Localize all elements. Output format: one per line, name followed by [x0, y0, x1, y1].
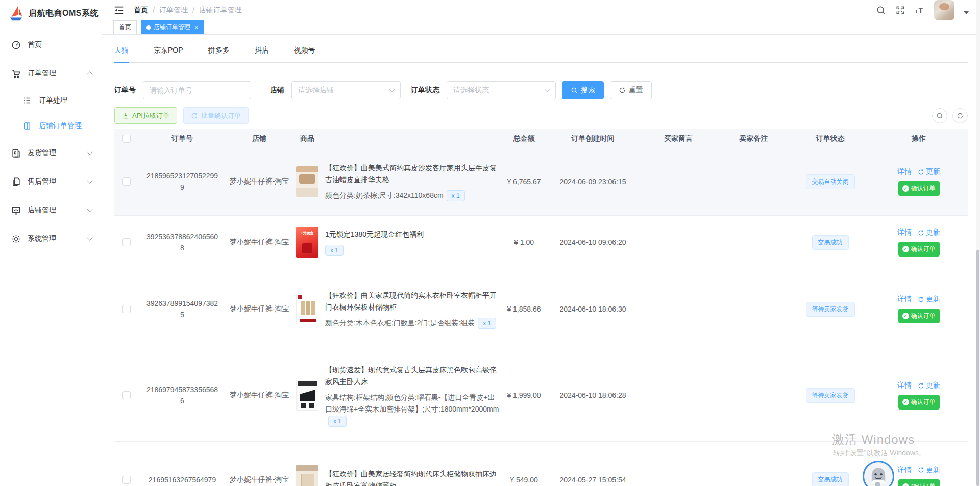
chevron-down-icon — [87, 177, 92, 183]
caret-down-icon[interactable] — [964, 11, 969, 14]
col-order-no: 订单号 — [139, 134, 226, 143]
detail-link[interactable]: 详情 — [897, 167, 912, 176]
dashboard-icon — [11, 40, 21, 50]
batch-confirm-orders-button[interactable]: 批量确认订单 — [183, 107, 249, 124]
update-link[interactable]: 更新 — [918, 381, 940, 390]
quantity-badge: x 1 — [325, 245, 344, 256]
sidebar-item-shop-order-management[interactable]: 店铺订单管理 — [0, 113, 102, 139]
search-icon[interactable] — [876, 5, 886, 15]
chevron-down-icon — [87, 206, 92, 212]
col-order-status: 订单状态 — [791, 134, 870, 143]
sidebar-item-home[interactable]: 首页 — [0, 31, 102, 59]
chevron-up-icon — [87, 71, 92, 77]
product-title: 【狂欢价】曲美家居现代简约实木衣柜卧室衣帽柜平开门衣橱环保板材储物柜 — [325, 290, 499, 313]
row-checkbox[interactable] — [122, 177, 131, 186]
platform-tabs: 天猫 京东POP 拼多多 抖店 视频号 — [114, 46, 968, 63]
table-refresh-button[interactable] — [952, 108, 968, 123]
sidebar-item-shop-management[interactable]: 店铺管理 — [0, 196, 102, 224]
shop-label: 店铺 — [270, 86, 284, 95]
update-link[interactable]: 更新 — [918, 228, 940, 237]
sidebar-item-system-management[interactable]: 系统管理 — [0, 224, 102, 253]
table-toolbar: API拉取订单 批量确认订单 — [114, 107, 968, 124]
confirm-order-button[interactable]: ✓ 确认订单 — [898, 181, 940, 196]
fullscreen-icon[interactable] — [895, 5, 905, 15]
svg-text:T: T — [919, 6, 923, 14]
tab-pinduoduo[interactable]: 拼多多 — [208, 46, 230, 62]
product-spec: 颜色分类:木本色衣柜;门数量:2门;是否组装:组装 — [325, 319, 475, 327]
tag-shop-order-management[interactable]: 店铺订单管理 × — [141, 20, 204, 34]
shop-name: 梦小妮牛仔裤-淘宝 — [226, 304, 293, 314]
detail-link[interactable]: 详情 — [897, 466, 912, 475]
sidebar-item-order-management[interactable]: 订单管理 — [0, 59, 102, 88]
shop-name: 梦小妮牛仔裤-淘宝 — [226, 238, 293, 247]
confirm-order-button[interactable]: ✓ 确认订单 — [898, 242, 940, 257]
update-link[interactable]: 更新 — [918, 295, 940, 304]
status-badge: 等待卖家发货 — [806, 388, 855, 403]
row-checkbox[interactable] — [122, 238, 131, 246]
table-search-toggle-button[interactable] — [932, 108, 947, 123]
detail-link[interactable]: 详情 — [897, 381, 912, 390]
tab-jd-pop[interactable]: 京东POP — [154, 46, 183, 62]
select-all-checkbox[interactable] — [122, 135, 131, 143]
check-circle-icon: ✓ — [902, 483, 909, 486]
scrollbar-track — [976, 0, 980, 486]
app-root: 启航电商OMS系统 首页 订单管理 订单处理 — [0, 0, 980, 486]
fold-sidebar-icon[interactable] — [113, 5, 125, 16]
row-checkbox[interactable] — [122, 305, 131, 313]
sidebar-item-aftersale-management[interactable]: 售后管理 — [0, 167, 102, 196]
windows-activate-watermark: 激活 Windows — [832, 431, 915, 448]
confirm-order-button[interactable]: ✓ 确认订单 — [898, 395, 940, 410]
product-image — [296, 166, 318, 197]
order-status-label: 订单状态 — [411, 86, 439, 95]
monitor-icon — [11, 205, 21, 215]
tab-tmall[interactable]: 天猫 — [114, 46, 129, 62]
order-status-select[interactable]: 请选择状态 — [447, 81, 556, 99]
order-no-input[interactable] — [143, 81, 251, 99]
breadcrumb-home[interactable]: 首页 — [134, 6, 148, 15]
sidebar-item-shipping-management[interactable]: 发货管理 — [0, 139, 102, 167]
close-icon[interactable]: × — [194, 24, 199, 31]
quantity-badge: x 1 — [478, 318, 496, 329]
reset-button[interactable]: 重置 — [610, 81, 652, 99]
scrollbar-thumb[interactable] — [976, 250, 979, 486]
app-logo: 启航电商OMS系统 — [0, 0, 102, 27]
search-button[interactable]: 搜索 — [562, 81, 604, 99]
row-checkbox[interactable] — [122, 476, 131, 484]
avatar[interactable] — [934, 0, 954, 20]
tab-douyin[interactable]: 抖店 — [255, 46, 269, 62]
tab-video-channel[interactable]: 视频号 — [294, 46, 315, 62]
chevron-down-icon — [87, 149, 92, 155]
shipping-doc-icon — [11, 148, 21, 158]
tag-home[interactable]: 首页 — [113, 20, 137, 34]
product-image — [296, 465, 318, 486]
breadcrumb-order-management[interactable]: 订单管理 — [159, 6, 188, 15]
confirm-order-button[interactable]: ✓ 确认订单 — [898, 479, 940, 486]
order-created-at: 2024-06-10 09:06:20 — [546, 238, 640, 246]
order-no: 3925363788624065608 — [146, 231, 218, 253]
sidebar-item-order-processing[interactable]: 订单处理 — [0, 88, 102, 113]
topbar-actions: TT — [876, 0, 969, 20]
refresh-icon — [918, 229, 924, 236]
order-amount: ¥ 1,858.66 — [502, 305, 546, 313]
chevron-down-icon — [544, 86, 550, 92]
col-actions: 操作 — [870, 134, 968, 143]
row-checkbox[interactable] — [122, 391, 131, 399]
breadcrumb-current: 店铺订单管理 — [199, 6, 242, 15]
col-seller-note: 卖家备注 — [717, 134, 791, 143]
update-link[interactable]: 更新 — [918, 167, 940, 176]
update-link[interactable]: 更新 — [918, 466, 940, 475]
table-tools — [932, 108, 968, 123]
col-buyer-message: 买家留言 — [640, 134, 717, 143]
table-row: 2186979458733565686 梦小妮牛仔裤-淘宝 【现货速发】现代意式… — [114, 349, 968, 442]
order-amount: ¥ 6,765.67 — [502, 177, 546, 186]
font-size-icon[interactable]: TT — [915, 5, 925, 15]
api-pull-orders-button[interactable]: API拉取订单 — [114, 107, 177, 124]
detail-link[interactable]: 详情 — [897, 228, 912, 237]
table-row: 2185965231270522999 梦小妮牛仔裤-淘宝 【狂欢价】曲美美式简… — [114, 148, 968, 216]
robot-icon — [867, 465, 890, 486]
order-created-at: 2024-06-10 18:06:28 — [546, 391, 640, 399]
shop-select[interactable]: 请选择店铺 — [291, 81, 401, 99]
sidebar: 启航电商OMS系统 首页 订单管理 订单处理 — [0, 0, 102, 486]
confirm-order-button[interactable]: ✓ 确认订单 — [898, 309, 940, 323]
detail-link[interactable]: 详情 — [897, 295, 912, 304]
